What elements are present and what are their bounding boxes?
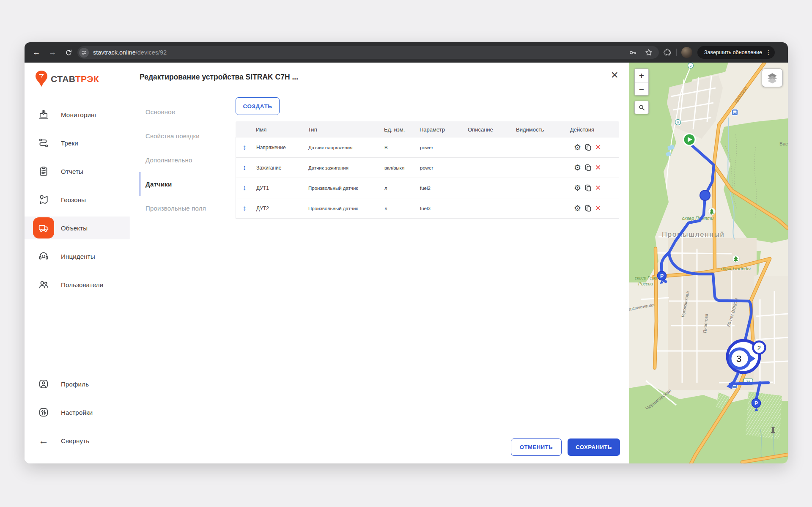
sidebar-item-settings[interactable]: Настройки xyxy=(25,401,130,424)
table-row: ↕ Напряжение Датчик напряжения В power ⚙… xyxy=(236,137,619,158)
profile-avatar[interactable] xyxy=(681,47,692,58)
create-button[interactable]: СОЗДАТЬ xyxy=(236,97,280,115)
svg-text:сквер Геро: сквер Геро xyxy=(635,275,657,280)
transit-stop-icon xyxy=(732,109,738,115)
park-tree-icon xyxy=(708,208,716,215)
route-start-marker[interactable] xyxy=(683,134,695,145)
zoom-out-button[interactable]: − xyxy=(635,82,648,95)
map-canvas[interactable]: 2 0 38 Промышленный сквер Памяти парк По… xyxy=(629,63,788,463)
svg-text:P: P xyxy=(660,273,664,279)
sidebar-item-users[interactable]: Пользователи xyxy=(25,273,130,296)
sidebar-item-monitoring[interactable]: Мониторинг xyxy=(25,103,130,126)
sidebar-collapse-button[interactable]: ← Свернуть xyxy=(25,429,130,452)
address-bar[interactable]: stavtrack.online/devices/92 xyxy=(77,46,659,59)
extensions-button[interactable] xyxy=(663,48,672,57)
logo-pin-icon xyxy=(34,70,49,88)
table-row: ↕ Зажигание Датчик зажигания вкл/выкл po… xyxy=(236,157,619,178)
passwords-button[interactable] xyxy=(628,48,637,57)
svg-text:парк Победы: парк Победы xyxy=(721,266,751,271)
device-edit-modal: Редактирование устройства SITRAK C7H ...… xyxy=(130,63,629,463)
save-button[interactable]: СОХРАНИТЬ xyxy=(568,438,620,456)
logo[interactable]: СТАВТРЭК xyxy=(34,69,130,90)
svg-text:2: 2 xyxy=(690,64,692,68)
delete-icon[interactable]: ✕ xyxy=(595,144,601,151)
svg-text:2: 2 xyxy=(757,344,761,351)
delete-icon[interactable]: ✕ xyxy=(595,184,601,192)
finish-update-button[interactable]: Завершить обновление ⋮ xyxy=(697,46,775,59)
map-panel[interactable]: 2 0 38 Промышленный сквер Памяти парк По… xyxy=(629,63,788,463)
svg-text:3: 3 xyxy=(736,354,741,364)
modal-title: Редактирование устройства SITRAK C7H ... xyxy=(140,73,298,82)
reload-icon xyxy=(65,49,72,56)
copy-icon[interactable] xyxy=(584,184,592,192)
monitoring-icon xyxy=(38,109,49,120)
back-button[interactable]: ← xyxy=(32,48,41,57)
tab-custom-fields[interactable]: Произвольные поля xyxy=(140,196,228,220)
sensor-settings-gear-icon[interactable]: ⚙ xyxy=(574,143,581,151)
sidebar-item-objects[interactable]: Объекты xyxy=(25,217,130,239)
users-icon xyxy=(38,279,49,290)
drag-handle-icon[interactable]: ↕ xyxy=(236,143,253,152)
tune-icon xyxy=(81,50,87,55)
star-icon xyxy=(645,48,653,57)
reports-icon xyxy=(38,166,49,177)
close-button[interactable]: × xyxy=(611,69,618,81)
sensor-settings-gear-icon[interactable]: ⚙ xyxy=(574,164,581,172)
cancel-button[interactable]: ОТМЕНИТЬ xyxy=(511,438,562,456)
map-search-button[interactable] xyxy=(634,101,649,114)
tab-additional[interactable]: Дополнительно xyxy=(140,148,228,172)
forward-button[interactable]: → xyxy=(48,48,57,57)
delete-icon[interactable]: ✕ xyxy=(595,164,601,171)
url-host: stavtrack.online xyxy=(93,49,136,56)
sensor-settings-gear-icon[interactable]: ⚙ xyxy=(574,184,581,192)
site-info-button[interactable] xyxy=(79,48,89,58)
key-icon xyxy=(628,48,637,57)
map-layers-button[interactable] xyxy=(762,69,783,87)
sidebar-item-tracks[interactable]: Треки xyxy=(25,132,130,154)
tab-trip-properties[interactable]: Свойства поездки xyxy=(140,124,228,148)
geozones-icon xyxy=(38,194,49,205)
browser-menu-icon[interactable]: ⋮ xyxy=(765,49,771,56)
park-tree-icon xyxy=(732,255,740,263)
bookmark-star-button[interactable] xyxy=(645,48,653,57)
map-zoom-control: + − xyxy=(634,69,649,96)
incidents-headset-icon xyxy=(38,251,49,262)
tab-sensors[interactable]: Датчики xyxy=(140,172,228,196)
copy-icon[interactable] xyxy=(584,164,592,172)
logo-text: СТАВТРЭК xyxy=(51,74,99,84)
table-header: Имя Тип Ед. изм. Параметр Описание Видим… xyxy=(236,121,619,137)
cluster-marker-small[interactable]: 2 xyxy=(753,342,765,354)
drag-handle-icon[interactable]: ↕ xyxy=(236,164,253,172)
svg-text:Промышленный: Промышленный xyxy=(662,230,725,238)
copy-icon[interactable] xyxy=(584,204,592,212)
table-row: ↕ ДУТ2 Произвольный датчик л fuel3 ⚙ ✕ xyxy=(236,198,619,219)
copy-icon[interactable] xyxy=(584,143,592,151)
route-point-marker[interactable] xyxy=(700,190,710,200)
sidebar-item-incidents[interactable]: Инциденты xyxy=(25,245,130,268)
svg-text:P: P xyxy=(754,400,758,406)
zoom-in-button[interactable]: + xyxy=(635,69,648,82)
settings-sliders-icon xyxy=(38,407,49,418)
truck-icon xyxy=(38,222,49,233)
svg-text:0: 0 xyxy=(677,121,679,124)
profile-icon xyxy=(38,378,49,389)
extensions-puzzle-icon xyxy=(663,48,672,57)
drag-handle-icon[interactable]: ↕ xyxy=(236,204,253,213)
drag-handle-icon[interactable]: ↕ xyxy=(236,184,253,192)
tab-main[interactable]: Основное xyxy=(140,100,228,124)
sidebar-item-reports[interactable]: Отчеты xyxy=(25,160,130,183)
modal-tabs: Основное Свойства поездки Дополнительно … xyxy=(140,100,228,220)
sidebar-item-geozones[interactable]: Геозоны xyxy=(25,188,130,211)
browser-toolbar: ← → stavtrack.online/devices/92 xyxy=(25,42,788,63)
url-path: /devices/92 xyxy=(136,49,167,56)
layers-icon xyxy=(765,71,779,84)
sensor-settings-gear-icon[interactable]: ⚙ xyxy=(574,204,581,212)
table-row: ↕ ДУТ1 Произвольный датчик л fuel2 ⚙ ✕ xyxy=(236,178,619,198)
delete-icon[interactable]: ✕ xyxy=(595,205,601,212)
sidebar-menu: Мониторинг Треки Отчеты xyxy=(25,103,130,296)
search-icon xyxy=(639,104,645,111)
reload-button[interactable] xyxy=(64,48,73,57)
sidebar-item-profile[interactable]: Профиль xyxy=(25,373,130,395)
tracks-icon xyxy=(38,137,49,148)
sidebar-footer: Профиль Настройки ← Свернуть xyxy=(25,373,130,458)
